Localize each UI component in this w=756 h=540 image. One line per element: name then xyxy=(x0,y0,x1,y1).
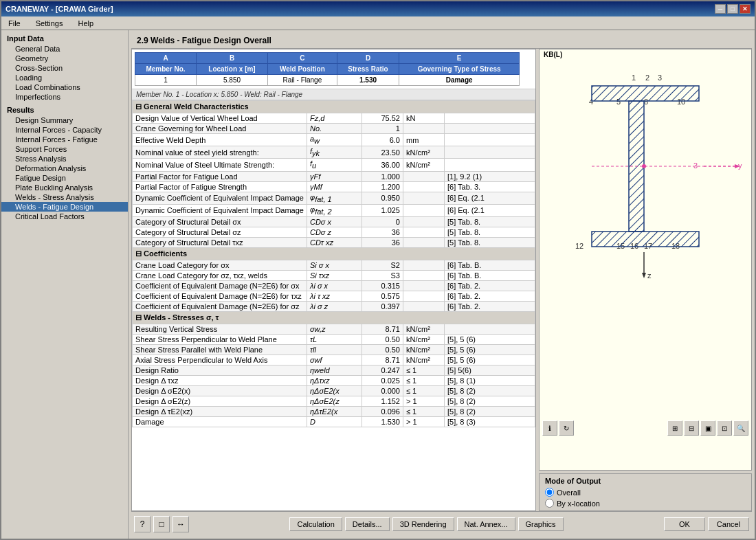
mode-panel: Mode of Output Overall By x-location xyxy=(539,473,752,511)
menu-settings[interactable]: Settings xyxy=(32,18,67,29)
value-phi-fat1: 0.950 xyxy=(362,192,403,204)
collapse-welds-icon[interactable]: ⊟ xyxy=(135,313,142,322)
collapse-coeff-icon[interactable]: ⊟ xyxy=(135,249,142,258)
label-sigma-wf: Axial Stress Perpendicular to Weld Axis xyxy=(133,355,307,365)
label-eta-weld: Design Ratio xyxy=(133,365,307,375)
symbol-lambda-sz: λi σ z xyxy=(307,301,362,311)
symbol-damage: D xyxy=(307,416,362,427)
value-crane-cat-sx: S2 xyxy=(362,260,403,270)
label-damage: Damage xyxy=(133,416,307,427)
menu-file[interactable]: File xyxy=(4,18,25,29)
col-header-b: B xyxy=(197,53,268,64)
graphics-button[interactable]: Graphics xyxy=(518,517,564,531)
radio-overall[interactable]: Overall xyxy=(545,488,746,497)
menu-bar: File Settings Help xyxy=(1,16,755,30)
table-row: Coefficient of Equivalent Damage (N=2E6)… xyxy=(133,301,535,311)
sidebar-item-welds-stress[interactable]: Welds - Stress Analysis xyxy=(1,192,128,202)
col-header-e: E xyxy=(399,53,520,64)
sidebar-item-loading[interactable]: Loading xyxy=(1,73,128,82)
ok-button[interactable]: OK xyxy=(664,517,705,531)
label-phi-fat1: Dynamic Coefficient of Equivalent Impact… xyxy=(133,192,307,204)
view-top-btn[interactable]: ⊟ xyxy=(684,420,699,436)
ref-phi-fat2: [6] Eq. (2.1 xyxy=(444,204,535,216)
symbol-design-sigma-e2x: ηΔσE2(x xyxy=(307,385,362,396)
menu-help[interactable]: Help xyxy=(74,18,98,29)
sidebar-item-imperfections[interactable]: Imperfections xyxy=(1,92,128,102)
sidebar: Input Data General Data Geometry Cross-S… xyxy=(1,30,129,539)
save-icon-btn[interactable]: □ xyxy=(153,516,170,532)
rendering-button[interactable]: 3D Rendering xyxy=(392,517,454,531)
cancel-button[interactable]: Cancel xyxy=(708,517,749,531)
sidebar-item-plate-buckling[interactable]: Plate Buckling Analysis xyxy=(1,183,128,192)
y-axis-label: y xyxy=(738,161,742,170)
ref-crane-governing xyxy=(444,124,535,134)
minimize-button[interactable]: ─ xyxy=(715,4,726,14)
sidebar-item-design-summary[interactable]: Design Summary xyxy=(1,115,128,125)
symbol-crane-cat-sx: Si σ x xyxy=(307,260,362,270)
sidebar-item-welds-fatigue[interactable]: Welds - Fatigue Design xyxy=(1,202,128,212)
cell-member-no: 1 xyxy=(135,75,197,86)
value-crane-cat-txz: S3 xyxy=(362,270,403,280)
unit-design-tau: ≤ 1 xyxy=(403,375,444,385)
table-row: Design Δ τE2(xz) ηΔτE2(x 0.096 ≤ 1 [5], … xyxy=(133,406,535,416)
maximize-button[interactable]: □ xyxy=(727,4,738,14)
view-fit-btn[interactable]: ⊡ xyxy=(717,420,732,436)
label-design-sigma-e2z: Design Δ σE2(z) xyxy=(133,396,307,406)
sidebar-item-internal-forces-fatigue[interactable]: Internal Forces - Fatigue xyxy=(1,135,128,144)
view-side-btn[interactable]: ▣ xyxy=(700,420,715,436)
collapse-icon[interactable]: ⊟ xyxy=(135,102,142,111)
sidebar-item-general-data[interactable]: General Data xyxy=(1,44,128,54)
table-row: Nominal Value of Steel Ultimate Strength… xyxy=(133,159,535,171)
radio-byx-input[interactable] xyxy=(545,499,554,508)
sidebar-item-load-combinations[interactable]: Load Combinations xyxy=(1,82,128,92)
sidebar-section-input: Input Data xyxy=(1,33,128,44)
content-area: A B C D E Member No. Location x [m] Weld… xyxy=(131,49,752,511)
unit-lambda-txz xyxy=(403,291,444,301)
table-row: Coefficient of Equivalent Damage (N=2E6)… xyxy=(133,280,535,291)
symbol-sigma-wf: σwf xyxy=(307,355,362,365)
sidebar-item-critical-load[interactable]: Critical Load Factors xyxy=(1,212,128,221)
unit-design-sigma-e2x: ≤ 1 xyxy=(403,385,444,396)
table-row: Design Ratio ηweld 0.247 ≤ 1 [5] 5(6) xyxy=(133,365,535,375)
sidebar-item-internal-forces-capacity[interactable]: Internal Forces - Capacity xyxy=(1,125,128,135)
sidebar-item-support-forces[interactable]: Support Forces xyxy=(1,144,128,154)
sidebar-item-cross-section[interactable]: Cross-Section xyxy=(1,63,128,73)
view-front-btn[interactable]: ⊞ xyxy=(667,420,682,436)
label-tau-l: Shear Stress Perpendicular to Weld Plane xyxy=(133,334,307,344)
z-axis-label: z xyxy=(647,271,652,280)
label-design-sigma-e2x: Design Δ σE2(x) xyxy=(133,385,307,396)
bottom-toolbar: ? □ ↔ Calculation Details... 3D Renderin… xyxy=(131,511,752,536)
sidebar-item-geometry[interactable]: Geometry xyxy=(1,54,128,63)
close-button[interactable]: ✕ xyxy=(740,4,751,14)
ref-cd-sigma-x: [5] Tab. 8. xyxy=(444,216,535,227)
ref-damage: [5], 8 (3) xyxy=(444,416,535,427)
sidebar-item-fatigue-design[interactable]: Fatigue Design xyxy=(1,173,128,183)
info-icon-btn[interactable]: ℹ xyxy=(542,420,557,436)
unit-eta-weld: ≤ 1 xyxy=(403,365,444,375)
export-icon-btn[interactable]: ↔ xyxy=(173,516,189,532)
node-label-1: 1 xyxy=(632,74,636,82)
radio-by-x[interactable]: By x-location xyxy=(545,499,746,508)
calculation-button[interactable]: Calculation xyxy=(289,517,342,531)
panel-title: 2.9 Welds - Fatigue Design Overall xyxy=(131,33,752,49)
label-lambda-sx: Coefficient of Equivalent Damage (N=2E6)… xyxy=(133,280,307,291)
help-icon-btn[interactable]: ? xyxy=(134,516,151,532)
table-row: Resulting Vertical Stress σw,z 8.71 kN/c… xyxy=(133,324,535,334)
rotate-icon-btn[interactable]: ↻ xyxy=(559,420,574,436)
section-coefficients: ⊟ Coefficients xyxy=(133,247,535,260)
sidebar-item-deformation-analysis[interactable]: Deformation Analysis xyxy=(1,164,128,173)
radio-group: Overall By x-location xyxy=(545,488,746,508)
summary-table: A B C D E Member No. Location x [m] Weld… xyxy=(135,52,520,86)
table-row: Dynamic Coefficient of Equivalent Impact… xyxy=(133,204,535,216)
ref-fyk xyxy=(444,146,535,159)
zoom-btn[interactable]: 🔍 xyxy=(733,420,748,436)
symbol-fyk: fyk xyxy=(307,146,362,159)
value-lambda-txz: 0.575 xyxy=(362,291,403,301)
symbol-tau-l: τL xyxy=(307,334,362,344)
details-button[interactable]: Details... xyxy=(345,517,390,531)
nat-annex-button[interactable]: Nat. Annex... xyxy=(457,517,515,531)
label-design-tau-e2: Design Δ τE2(xz) xyxy=(133,406,307,416)
radio-overall-input[interactable] xyxy=(545,488,554,497)
sidebar-item-stress-analysis[interactable]: Stress Analysis xyxy=(1,154,128,164)
mode-title: Mode of Output xyxy=(545,477,746,485)
